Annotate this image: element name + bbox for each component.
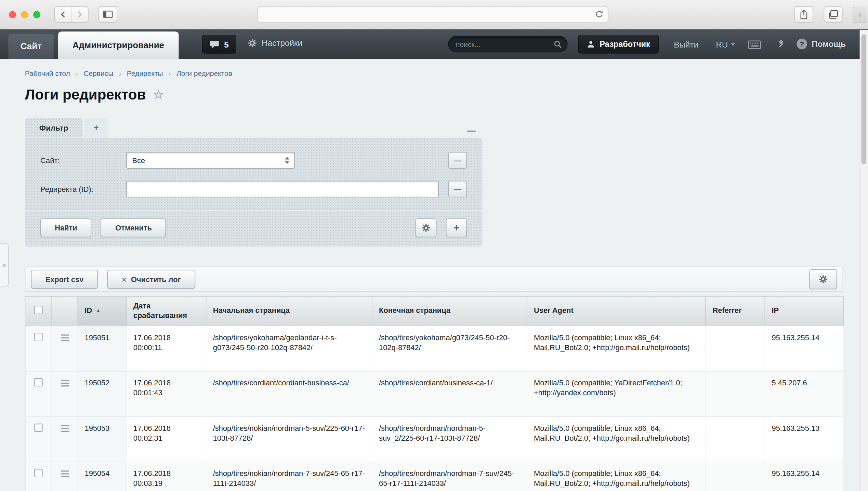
row-actions-menu-icon[interactable] [61,378,69,388]
remove-site-filter-button[interactable]: — [448,152,467,169]
admin-top-bar: Сайт Администрирование 5 Настройки Разра… [0,29,868,59]
language-selector[interactable]: RU [716,40,735,49]
settings-label: Настройки [262,38,302,48]
filter-panel: Сайт: Все — Редиректа (ID): — Найти Отме… [25,138,483,247]
cell-id: 195052 [78,371,126,416]
cell-ip: 95.163.255.13 [765,416,843,462]
select-all-checkbox[interactable] [34,306,42,314]
cell-start-page: /shop/tires/cordiant/cordiant-business-c… [206,371,372,416]
question-icon: ? [797,39,807,49]
cell-ip: 95.163.255.14 [765,462,843,491]
export-csv-button[interactable]: Export csv [31,270,98,289]
window-close-button[interactable] [9,11,16,18]
breadcrumb-services[interactable]: Сервисы [83,69,113,77]
window-zoom-button[interactable] [33,11,40,18]
cell-user-agent: Mozilla/5.0 (compatible; YaDirectFetcher… [527,371,706,416]
cell-user-agent: Mozilla/5.0 (compatible; Linux x86_64; M… [527,462,706,491]
chevron-down-icon [731,43,735,46]
user-menu-button[interactable]: Разработчик [578,35,659,54]
tab-site[interactable]: Сайт [8,34,54,59]
select-arrows-icon [285,157,290,164]
browser-tabs-button[interactable] [824,6,843,23]
share-icon [799,9,808,20]
column-header-date[interactable]: Дата срабатывания [127,297,206,326]
settings-button[interactable]: Настройки [248,38,302,48]
table-row: 195053 17.06.201800:02:31 /shop/tires/no… [25,416,843,462]
add-filter-tab-button[interactable]: + [84,118,108,137]
cell-user-agent: Mozilla/5.0 (compatible; Linux x86_64; M… [527,326,706,371]
cancel-button[interactable]: Отменить [101,218,166,237]
add-filter-field-button[interactable]: + [446,218,467,237]
clear-log-button[interactable]: × Очистить лог [107,270,195,289]
help-button[interactable]: ? Помощь [797,39,845,49]
notifications-button[interactable]: 5 [202,35,236,54]
logout-link[interactable]: Выйти [674,40,698,49]
workspace: Рабочий стол › Сервисы › Редиректы › Лог… [0,69,868,491]
cell-start-page: /shop/tires/nokian/nordman-5-suv/225-60-… [206,416,372,462]
cell-start-page: /shop/tires/nokian/nordman-7-suv/245-65-… [206,462,372,491]
plus-icon: + [453,222,459,234]
grid-settings-button[interactable] [810,269,837,289]
table-row: 195051 17.06.201800:00:11 /shop/tires/yo… [25,326,843,371]
collapse-filter-icon[interactable] [467,131,476,132]
filter-settings-button[interactable] [416,218,436,237]
tab-administration[interactable]: Администрирование [58,31,179,59]
cell-id: 195054 [78,462,126,491]
help-label: Помощь [812,39,846,49]
redirect-logs-table: ID▲ Дата срабатывания Начальная страница… [25,296,844,491]
cell-end-page: /shop/tires/yokohama/g073/245-50-r20-102… [372,326,527,371]
row-menu-column-header [52,297,78,326]
browser-share-button[interactable] [794,6,813,23]
cell-referrer [706,462,765,491]
cell-end-page: /shop/tires/nordman/nordman-7-suv/245-65… [372,462,527,491]
row-checkbox[interactable] [34,469,42,477]
page-scrollbar[interactable] [860,30,868,491]
redirect-id-input[interactable] [126,181,439,198]
chevron-right-icon [76,10,83,19]
breadcrumb-desktop[interactable]: Рабочий стол [25,69,70,77]
notification-icon [210,40,219,48]
row-checkbox[interactable] [34,378,42,386]
reload-icon[interactable] [595,10,604,21]
cell-ip: 5.45.207.6 [765,371,843,416]
browser-forward-button[interactable] [71,6,89,23]
column-header-user-agent[interactable]: User Agent [527,297,706,326]
column-header-id[interactable]: ID▲ [78,297,126,326]
breadcrumb-separator-icon: › [169,69,171,77]
site-select[interactable]: Все [126,152,295,169]
pin-icon[interactable] [775,39,785,51]
browser-nav-buttons [54,6,89,23]
row-checkbox[interactable] [34,423,42,432]
cell-end-page: /shop/tires/cordiant/business-ca-1/ [372,371,527,416]
row-actions-menu-icon[interactable] [61,333,69,343]
row-actions-menu-icon[interactable] [61,423,69,433]
browser-back-button[interactable] [54,6,71,23]
find-button[interactable]: Найти [40,218,92,237]
column-header-ip[interactable]: IP [765,297,843,326]
cell-id: 195053 [78,416,126,462]
screen: + Сайт Администрирование 5 Настройки Раз… [0,0,868,491]
column-header-end-page[interactable]: Конечная страница [372,297,527,326]
cell-start-page: /shop/tires/yokohama/geolandar-i-t-s-g07… [206,326,372,371]
breadcrumb-redirects[interactable]: Редиректы [127,69,163,77]
remove-redirect-id-filter-button[interactable]: — [448,181,467,198]
favorite-star-icon[interactable]: ☆ [153,88,164,102]
new-tab-button[interactable]: + [853,6,867,23]
keyboard-icon[interactable] [748,40,761,51]
column-header-referrer[interactable]: Referrer [706,297,765,326]
row-checkbox[interactable] [34,333,42,341]
window-minimize-button[interactable] [21,11,28,18]
filter-tab[interactable]: Фильтр [25,118,83,137]
scrollbar-thumb[interactable] [862,34,867,164]
row-actions-menu-icon[interactable] [61,469,69,479]
gear-icon [819,275,828,284]
sidebar-expand-handle[interactable]: » [0,243,9,287]
column-header-start-page[interactable]: Начальная страница [206,297,372,326]
cell-referrer [706,326,765,371]
cell-id: 195051 [78,326,126,371]
search-icon[interactable] [554,40,562,51]
browser-sidebar-button[interactable] [98,6,117,23]
browser-address-bar[interactable] [257,6,608,23]
search-input[interactable] [449,37,567,52]
breadcrumb-redirect-logs[interactable]: Логи редиректов [176,69,232,77]
